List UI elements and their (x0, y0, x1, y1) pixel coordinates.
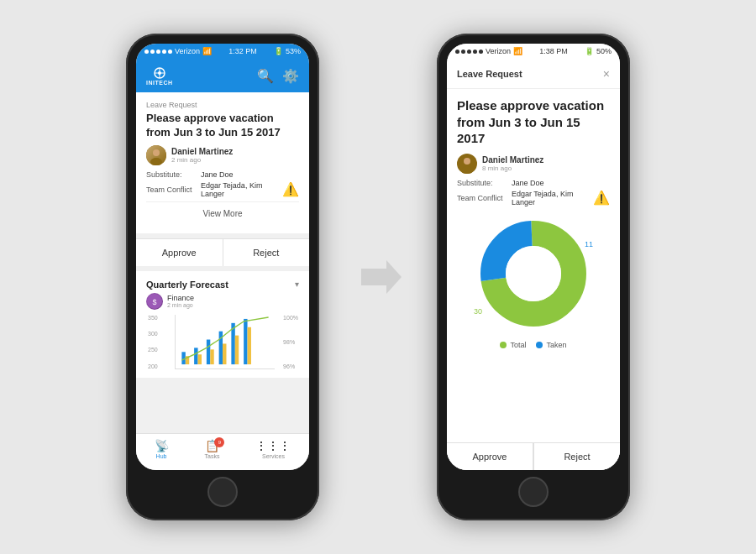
approve-btn-1[interactable]: Approve (136, 239, 223, 266)
donut-svg (475, 215, 592, 332)
detail-title: Please approve vacation from Jun 3 to Ju… (457, 97, 610, 147)
legend-dot-total (500, 342, 507, 348)
y-right-98: 98% (283, 339, 298, 345)
user-info-1: Daniel Martinez 2 min ago (171, 147, 233, 164)
chevron-icon: ▾ (295, 280, 299, 289)
app-logo: INITECH (146, 66, 173, 86)
phone-1: Verizon 📶 1:32 PM 🔋 53% (126, 34, 319, 520)
forecast-time: 2 min ago (167, 302, 194, 308)
substitute-row: Substitute: Jane Doe (146, 170, 299, 179)
user-time-1: 2 min ago (171, 156, 233, 164)
donut-container: 11 30 (457, 215, 610, 332)
card-title: Please approve vacation from Jun 3 to Ju… (146, 112, 299, 140)
svg-rect-17 (235, 335, 239, 363)
status-right-1: 🔋 53% (274, 47, 301, 55)
action-buttons-1: Approve Reject (136, 238, 309, 266)
mini-chart-svg (176, 315, 275, 368)
detail-substitute-row: Substitute: Jane Doe (457, 179, 610, 187)
arrow-container (353, 256, 403, 298)
home-button-2[interactable] (518, 477, 549, 507)
detail-substitute-value: Jane Doe (512, 179, 610, 187)
close-button[interactable]: × (603, 67, 610, 81)
nav-services[interactable]: ⋮⋮⋮ Services (255, 439, 291, 467)
search-icon[interactable]: 🔍 (257, 68, 274, 84)
warning-icon-1: ⚠️ (282, 181, 299, 197)
battery-icon-2: 🔋 (585, 47, 594, 55)
signal-dot-3 (156, 50, 160, 54)
avatar-inner (146, 145, 166, 165)
s-dot-5 (479, 50, 483, 54)
scene: Verizon 📶 1:32 PM 🔋 53% (0, 0, 756, 554)
arrow-svg (353, 256, 403, 298)
forecast-card: Quarterly Forecast ▾ $ Finance 2 min (136, 271, 309, 378)
detail-user-name: Daniel Martinez (482, 155, 543, 165)
forecast-avatar: $ (146, 293, 163, 310)
tasks-label: Tasks (205, 453, 220, 459)
header-icons-1: 🔍 ⚙️ (257, 68, 299, 84)
signal-dot-1 (144, 50, 149, 54)
status-left-1: Verizon 📶 (144, 47, 212, 55)
svg-rect-13 (210, 349, 213, 364)
phone-2: Verizon 📶 1:38 PM 🔋 50% Leave Request × … (437, 34, 630, 520)
svg-rect-19 (248, 327, 251, 364)
nav-hub[interactable]: 📡 Hub (155, 439, 169, 467)
svg-rect-12 (207, 339, 210, 364)
detail-actions: Approve Reject (447, 442, 620, 470)
y-label-300: 300 (148, 331, 158, 337)
detail-user-info: Daniel Martinez 8 min ago (482, 155, 543, 172)
reject-btn-1[interactable]: Reject (223, 239, 310, 266)
detail-content: Please approve vacation from Jun 3 to Ju… (447, 89, 620, 442)
logo-text: INITECH (146, 80, 173, 86)
y-right-100: 100% (283, 315, 298, 321)
view-more-btn[interactable]: View More (146, 201, 299, 225)
svg-point-5 (150, 158, 162, 165)
svg-rect-15 (223, 343, 226, 364)
s-dot-4 (473, 50, 477, 54)
signal-dot-2 (150, 50, 155, 54)
svg-rect-10 (194, 348, 197, 364)
services-label: Services (262, 453, 285, 459)
battery-1: 53% (286, 47, 301, 55)
battery-2: 50% (596, 47, 612, 55)
hub-icon: 📡 (155, 439, 169, 452)
forecast-user: $ Finance 2 min ago (146, 293, 299, 310)
phone-1-screen: Verizon 📶 1:32 PM 🔋 53% (136, 44, 309, 470)
user-row: Daniel Martinez 2 min ago (146, 145, 299, 165)
svg-point-25 (506, 246, 561, 301)
chart-legend: Total Taken (457, 341, 610, 349)
chart-wrapper: 350 300 250 200 100% 98% 96% (171, 315, 278, 369)
y-label-350: 350 (148, 315, 158, 321)
settings-icon[interactable]: ⚙️ (282, 68, 299, 84)
svg-text:$: $ (152, 298, 156, 306)
carrier-2: Verizon (486, 47, 511, 55)
detail-substitute-label: Substitute: (457, 179, 512, 187)
svg-rect-14 (219, 331, 223, 363)
avatar-svg (146, 145, 166, 165)
home-button-1[interactable] (207, 477, 238, 507)
detail-user-row: Daniel Martinez 8 min ago (457, 154, 610, 174)
approve-btn-2[interactable]: Approve (447, 443, 533, 470)
y-label-250: 250 (148, 347, 158, 353)
legend-dot-taken (536, 342, 543, 348)
legend-taken-label: Taken (546, 341, 566, 349)
substitute-value: Jane Doe (201, 170, 299, 179)
svg-point-22 (461, 166, 473, 174)
nav-tasks[interactable]: 📋 9 Tasks (205, 439, 220, 467)
status-right-2: 🔋 50% (585, 47, 612, 55)
detail-user-time: 8 min ago (482, 165, 543, 172)
tasks-badge: 9 (214, 437, 224, 447)
content-1: Leave Request Please approve vacation fr… (136, 92, 309, 433)
user-name-1: Daniel Martinez (171, 147, 233, 156)
y-right-96: 96% (283, 363, 298, 369)
time-1: 1:32 PM (228, 47, 257, 55)
detail-conflict-row: Team Conflict Edgar Tejada, Kim Langer ⚠… (457, 190, 610, 206)
legend-total-label: Total (510, 341, 526, 349)
svg-rect-18 (244, 319, 247, 364)
conflict-label: Team Conflict (146, 186, 201, 194)
y-label-200: 200 (148, 363, 158, 369)
conflict-row: Team Conflict Edgar Tejada, Kim Langer ⚠… (146, 181, 299, 198)
avatar-svg-2 (457, 154, 477, 174)
finance-icon: $ (146, 293, 163, 310)
reject-btn-2[interactable]: Reject (533, 443, 620, 470)
carrier-1: Verizon (175, 47, 200, 55)
